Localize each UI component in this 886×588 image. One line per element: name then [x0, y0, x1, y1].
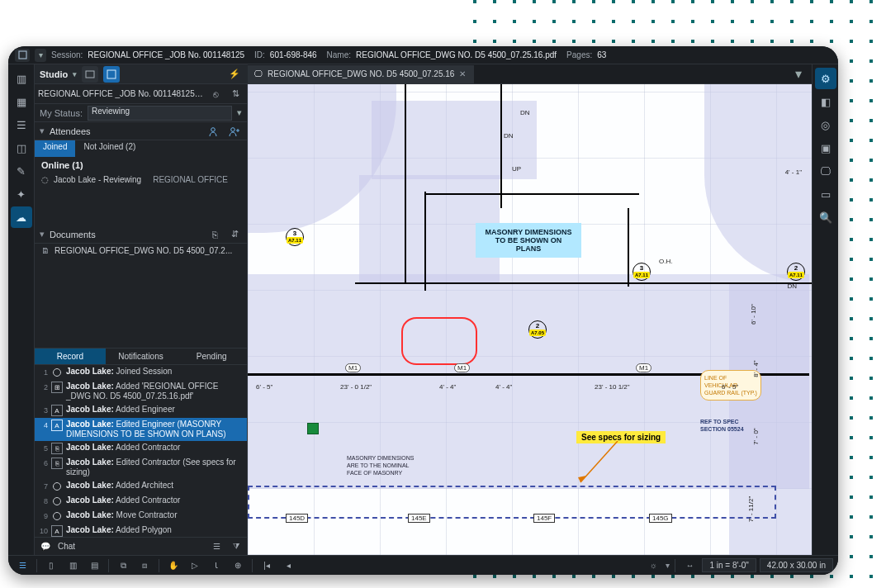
scale-readout[interactable]: 1 in = 8'-0"	[702, 558, 756, 572]
document-item-label: REGIONAL OFFICE_DWG NO. D5 4500_07.2...	[54, 246, 232, 255]
attendee-row[interactable]: ◌ Jacob Lake - Reviewing REGIONAL OFFICE	[35, 173, 247, 187]
pagesize-readout: 42.00 x 30.00 in	[760, 558, 833, 572]
continuous-icon[interactable]: ▥	[64, 557, 82, 574]
plan-column-line	[248, 486, 776, 519]
revision-cloud[interactable]	[401, 317, 477, 365]
callout-a711-2[interactable]: 3A7.11	[633, 263, 651, 281]
layers-icon[interactable]: ◧	[815, 91, 836, 112]
spec-note[interactable]: See specs for sizing	[576, 431, 666, 443]
monitor-icon: 🖵	[254, 69, 263, 78]
mystatus-select[interactable]: Reviewing	[88, 106, 232, 121]
record-type-icon: A	[51, 420, 63, 431]
studio-icon[interactable]: ☁	[11, 206, 32, 228]
callout-a705[interactable]: 2A7.05	[528, 320, 547, 339]
split-view-icon[interactable]: ⧉	[114, 557, 132, 574]
record-index: 3	[38, 405, 48, 415]
studio-sessions-toggle[interactable]	[103, 66, 120, 83]
documents-collapse-icon[interactable]: ▾	[40, 229, 45, 239]
record-row[interactable]: 1Jacob Lake: Joined Session	[35, 365, 247, 380]
properties-icon[interactable]: ✎	[11, 160, 32, 182]
prev-page-icon[interactable]: ◂	[279, 557, 297, 574]
notifications-tab[interactable]: Notifications	[106, 349, 177, 364]
revu-menu-button[interactable]	[15, 49, 30, 62]
document-list-item[interactable]: 🗎 REGIONAL OFFICE_DWG NO. D5 4500_07.2..…	[35, 244, 247, 258]
record-list[interactable]: 1Jacob Lake: Joined Session2⊞Jacob Lake:…	[35, 365, 247, 537]
attendees-collapse-icon[interactable]: ▾	[40, 126, 45, 136]
dim-a: 6' - 5"	[256, 383, 272, 391]
record-type-icon	[51, 367, 63, 378]
record-row[interactable]: 10AJacob Lake: Added Polygon	[35, 524, 247, 537]
svg-rect-4	[107, 70, 116, 78]
links-icon[interactable]: 🖵	[815, 160, 836, 182]
studio-label: Studio	[40, 69, 68, 79]
svg-rect-3	[86, 71, 94, 78]
record-row[interactable]: 8Jacob Lake: Added Contractor	[35, 494, 247, 509]
bookmarks-icon[interactable]: ☰	[11, 114, 32, 135]
studio-flash-icon[interactable]: ⚡	[226, 66, 243, 83]
close-tab-icon[interactable]: ✕	[459, 69, 466, 78]
document-tab-label: REGIONAL OFFICE_DWG NO. D5 4500_07.25.16	[268, 69, 454, 78]
record-list-icon[interactable]: ☰	[209, 539, 224, 554]
callout-a711-1[interactable]: 3A7.11	[286, 228, 304, 246]
record-type-icon	[51, 496, 63, 507]
pages-label: Pages:	[566, 50, 592, 59]
search-icon[interactable]: 🔍	[815, 206, 836, 228]
settings-gear-icon[interactable]: ⚙	[815, 68, 836, 89]
left-panel-footer: 💬 Chat ☰ ⧩	[35, 537, 247, 555]
select-icon[interactable]: ▷	[186, 557, 204, 574]
leave-session-icon[interactable]: ⎋	[207, 86, 224, 102]
record-row[interactable]: 3AJacob Lake: Added Engineer	[35, 403, 247, 418]
thumbnails-icon[interactable]: ▦	[11, 91, 32, 112]
dim-g: 4' - 1"	[785, 168, 802, 176]
tab-overflow-dropdown[interactable]: ▾	[790, 66, 807, 83]
document-viewer[interactable]: MASONRY DIMENSIONS TO BE SHOWN ON PLANS …	[248, 84, 812, 555]
zoom-icon[interactable]: ⊕	[229, 557, 247, 574]
dim-b: 23' - 0 1/2"	[340, 383, 372, 391]
toolchest-icon[interactable]: ◫	[11, 137, 32, 159]
scale-icon[interactable]: ↔	[680, 557, 699, 574]
record-row[interactable]: 6⎘Jacob Lake: Edited Contractor (See spe…	[35, 456, 247, 479]
file-access-icon[interactable]: ▥	[11, 68, 32, 89]
record-row[interactable]: 5⎘Jacob Lake: Added Contractor	[35, 441, 247, 456]
add-document-icon[interactable]: ⎘	[207, 227, 222, 242]
record-tab[interactable]: Record	[35, 349, 106, 364]
studio-projects-toggle[interactable]	[82, 66, 98, 83]
record-row[interactable]: 9Jacob Lake: Move Contractor	[35, 509, 247, 524]
record-type-icon: ⎘	[51, 443, 63, 454]
markups-list-icon[interactable]: ☰	[13, 557, 31, 574]
record-row[interactable]: 2⊞Jacob Lake: Added 'REGIONAL OFFICE _DW…	[35, 380, 247, 403]
document-tab[interactable]: 🖵 REGIONAL OFFICE_DWG NO. D5 4500_07.25.…	[248, 65, 475, 83]
spaces-icon[interactable]: ▣	[815, 137, 836, 159]
forms-icon[interactable]: ▭	[815, 183, 836, 205]
first-page-icon[interactable]: |◂	[258, 557, 276, 574]
add-attendee-icon[interactable]	[227, 124, 242, 139]
sort-documents-icon[interactable]: ⇵	[227, 227, 242, 242]
measurements-icon[interactable]: ◎	[815, 114, 836, 135]
callout-a711-3[interactable]: 2A7.11	[787, 263, 805, 281]
masonry-note[interactable]: MASONRY DIMENSIONS TO BE SHOWN ON PLANS	[476, 223, 581, 258]
panel-settings-icon[interactable]: ⇅	[227, 86, 244, 102]
record-row[interactable]: 7Jacob Lake: Added Architect	[35, 479, 247, 494]
sticky-note[interactable]	[307, 423, 319, 434]
pending-tab[interactable]: Pending	[176, 349, 247, 364]
record-type-icon: A	[51, 405, 63, 416]
person-icon: ◌	[41, 175, 49, 184]
revu-dropdown-button[interactable]: ▾	[35, 49, 46, 62]
pages-value: 63	[597, 50, 606, 59]
chat-icon[interactable]: 💬	[38, 539, 53, 554]
pan-icon[interactable]: ✋	[164, 557, 182, 574]
single-page-icon[interactable]: ▯	[42, 557, 60, 574]
follow-attendee-icon[interactable]	[207, 124, 222, 139]
signatures-icon[interactable]: ✦	[11, 183, 32, 205]
chat-label[interactable]: Chat	[58, 542, 75, 551]
record-filter-icon[interactable]: ⧩	[229, 539, 244, 554]
mystatus-label: My Status:	[40, 108, 83, 118]
dimmer-icon[interactable]: ☼	[644, 557, 662, 574]
select-text-icon[interactable]: Ꙇ	[207, 557, 225, 574]
not-joined-tab[interactable]: Not Joined (2)	[75, 140, 144, 157]
side-by-side-icon[interactable]: ▤	[85, 557, 103, 574]
room-145d: 145D	[286, 514, 308, 523]
joined-tab[interactable]: Joined	[35, 140, 75, 157]
record-row[interactable]: 4AJacob Lake: Edited Engineer (MASONRY D…	[35, 418, 247, 441]
unsplit-view-icon[interactable]: ⧈	[135, 557, 154, 574]
